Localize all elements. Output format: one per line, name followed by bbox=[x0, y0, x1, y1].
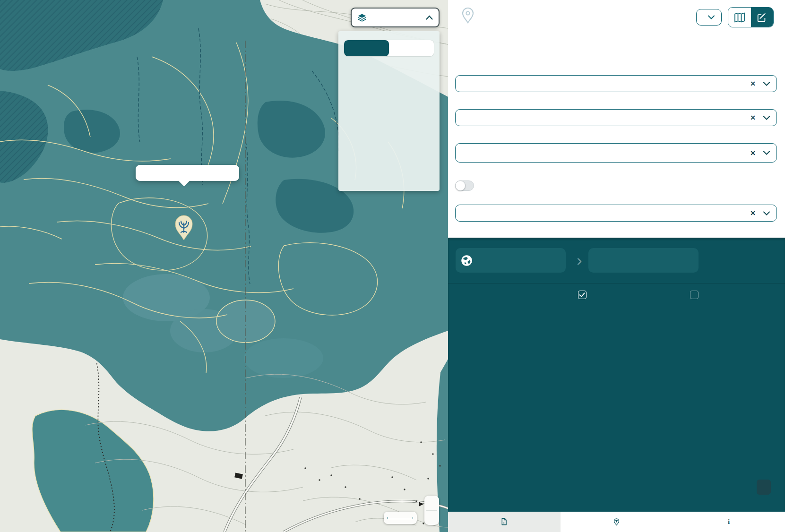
field-standortstyp: ✕ bbox=[455, 141, 777, 163]
map-scale-indicator bbox=[384, 512, 417, 524]
section-divider bbox=[448, 283, 785, 283]
chevron-down-icon[interactable] bbox=[763, 116, 770, 120]
recommendation-section: › bbox=[448, 238, 785, 510]
chevron-down-icon[interactable] bbox=[763, 82, 770, 86]
edit-view-button[interactable] bbox=[751, 8, 774, 27]
checkbox-icon[interactable] bbox=[690, 291, 699, 299]
field-hoehenstufe-zukunft: ✕ bbox=[455, 202, 777, 222]
field-standortsregion: ✕ bbox=[455, 73, 777, 92]
position-pin-icon bbox=[461, 8, 474, 24]
standortstyp-select[interactable]: ✕ bbox=[455, 143, 777, 163]
transition-toggle-row bbox=[455, 180, 480, 191]
latin-names-checkbox[interactable] bbox=[690, 291, 702, 299]
map-layers-panel bbox=[338, 31, 440, 191]
uebergangsstandort-toggle[interactable] bbox=[455, 180, 474, 191]
tab-empfehlung[interactable] bbox=[561, 512, 673, 532]
detail-panel: ✕ ✕ ✕ bbox=[448, 0, 785, 532]
zoom-out-button[interactable] bbox=[424, 511, 439, 525]
globe-icon bbox=[460, 254, 473, 267]
background-option-luftbild[interactable] bbox=[389, 40, 434, 56]
map-icon bbox=[734, 12, 745, 23]
scale-bar bbox=[388, 517, 413, 519]
chevron-down-icon[interactable] bbox=[763, 211, 770, 215]
language-profile-button[interactable] bbox=[696, 9, 722, 26]
bottom-navigation: i bbox=[448, 510, 785, 532]
standortsregion-select[interactable]: ✕ bbox=[455, 75, 777, 92]
zoom-in-button[interactable] bbox=[424, 496, 439, 510]
clear-icon[interactable]: ✕ bbox=[750, 209, 756, 217]
scenario-current-card bbox=[456, 248, 566, 273]
toggle-knob bbox=[455, 180, 466, 191]
map-pin-marker[interactable] bbox=[173, 214, 195, 241]
map-zoom-control bbox=[424, 496, 439, 525]
map-view-button[interactable] bbox=[728, 8, 751, 27]
chevron-up-icon bbox=[426, 15, 433, 20]
scenario-future-card bbox=[588, 248, 699, 273]
map-background-switch bbox=[344, 40, 434, 57]
clear-icon[interactable]: ✕ bbox=[750, 80, 756, 87]
tree-app-screen: ✕ ✕ ✕ bbox=[0, 0, 785, 532]
checkbox-icon[interactable] bbox=[578, 291, 587, 299]
tab-standort[interactable] bbox=[448, 512, 561, 532]
edit-icon bbox=[757, 12, 767, 23]
future-species-checkbox[interactable] bbox=[578, 291, 590, 299]
chevron-down-icon bbox=[708, 15, 715, 19]
export-recommendation-button[interactable] bbox=[757, 480, 771, 495]
clear-icon[interactable]: ✕ bbox=[750, 114, 756, 121]
chevron-down-icon[interactable] bbox=[763, 151, 770, 155]
map-layers-button[interactable] bbox=[351, 8, 440, 27]
tree-pin-icon bbox=[612, 517, 621, 526]
tab-infos[interactable]: i bbox=[673, 512, 785, 532]
chevron-right-icon: › bbox=[571, 249, 588, 271]
field-hoehenstufe-heute: ✕ bbox=[455, 107, 777, 126]
layers-icon bbox=[357, 13, 367, 22]
info-icon: i bbox=[728, 517, 730, 526]
hoehenstufe-zukunft-select[interactable]: ✕ bbox=[455, 205, 777, 222]
background-option-karte[interactable] bbox=[344, 40, 389, 56]
view-mode-switch bbox=[728, 7, 774, 27]
map-entry-popup bbox=[136, 165, 239, 181]
clear-icon[interactable]: ✕ bbox=[750, 149, 756, 157]
hoehenstufe-heute-select[interactable]: ✕ bbox=[455, 109, 777, 126]
document-icon bbox=[500, 517, 508, 526]
